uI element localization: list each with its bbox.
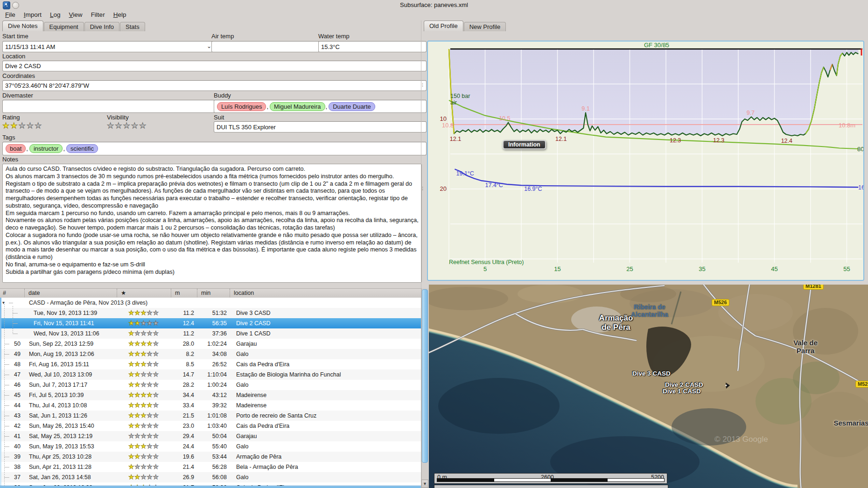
star-icon: ★ bbox=[153, 381, 159, 388]
cell-duration: 58:36 bbox=[197, 482, 230, 486]
column-header-depth[interactable]: m bbox=[171, 289, 197, 298]
dive-row[interactable]: Fri, Nov 15, 2013 11:41★★★★★12.456:35Div… bbox=[0, 318, 421, 328]
buddy-input[interactable]: Luís Rodrigues,Miguel Madureira,Duarte D… bbox=[214, 100, 427, 113]
air-temp-input[interactable] bbox=[211, 41, 322, 52]
dive-row[interactable]: 42Sun, May 26, 2013 15:40★★★★★23.01:03:4… bbox=[0, 421, 421, 431]
tab-dive-notes[interactable]: Dive Notes bbox=[2, 21, 43, 31]
notes-textarea[interactable]: Aula do curso CASD. Transectos c/video e… bbox=[2, 164, 422, 283]
star-icon: ★ bbox=[147, 453, 153, 460]
pill-instructor[interactable]: instructor bbox=[29, 144, 63, 153]
divemaster-input[interactable] bbox=[2, 100, 215, 113]
star-icon: ★ bbox=[131, 121, 139, 130]
menu-item-view[interactable]: View bbox=[65, 10, 87, 19]
dive-row[interactable]: Tue, Nov 19, 2013 11:39★★★★★11.251:32Div… bbox=[0, 308, 421, 318]
dive-row[interactable]: 36Sun, Jan 20, 2013 12:33★★★★★21.758:36C… bbox=[0, 482, 421, 486]
window-title: Subsurface: paneves.xml bbox=[0, 1, 868, 8]
pill-miguel-madureira[interactable]: Miguel Madureira bbox=[270, 102, 325, 111]
tab-stats[interactable]: Stats bbox=[120, 22, 145, 31]
dive-row[interactable]: 38Sun, Apr 21, 2013 11:28★★★★★21.456:28B… bbox=[0, 462, 421, 472]
column-header-duration[interactable]: min bbox=[197, 289, 230, 298]
star-icon: ★ bbox=[27, 121, 35, 130]
splitter-handle-icon[interactable]: ⁞ bbox=[422, 84, 423, 86]
cell-date: Fri, Aug 16, 2013 15:11 bbox=[24, 359, 117, 369]
pill-scientific[interactable]: scientific bbox=[66, 144, 98, 153]
list-horizontal-scrollbar[interactable] bbox=[0, 486, 421, 488]
water-temp-label: Water temp bbox=[318, 33, 350, 40]
start-time-combobox[interactable]: 11/15/13 11:41 AM ⌄ bbox=[2, 41, 215, 52]
tags-input[interactable]: boat,instructor,scientific bbox=[2, 142, 427, 155]
menu-item-import[interactable]: Import bbox=[20, 10, 46, 19]
map-label-layer: Armação de PêraRibeira de AlcantarilhaVa… bbox=[429, 285, 868, 488]
cell-rating: ★★★★★ bbox=[117, 328, 171, 339]
tab-equipment[interactable]: Equipment bbox=[44, 22, 84, 31]
cell-rating: ★★★★★ bbox=[117, 359, 171, 369]
cell-duration: 37:36 bbox=[197, 328, 230, 339]
cell-location: Galo bbox=[230, 441, 421, 452]
panel-splitter[interactable] bbox=[421, 21, 421, 488]
svg-text:10.8m: 10.8m bbox=[839, 122, 855, 129]
dive-row[interactable]: 41Sat, May 25, 2013 12:19★★★★★29.450:04G… bbox=[0, 431, 421, 441]
dive-row[interactable]: 44Thu, Jul 4, 2013 10:08★★★★★33.439:32Ma… bbox=[0, 400, 421, 411]
dive-row[interactable]: 40Sun, May 19, 2013 15:53★★★★★24.455:40G… bbox=[0, 441, 421, 452]
cell-location: Garajau bbox=[230, 339, 421, 349]
dive-row[interactable]: 46Sun, Jul 7, 2013 17:17★★★★★28.21:00:24… bbox=[0, 380, 421, 390]
svg-text:80: 80 bbox=[857, 146, 863, 153]
star-icon: ★ bbox=[134, 340, 140, 347]
cell-date: Sat, Jun 1, 2013 11:26 bbox=[24, 411, 117, 421]
column-header-location[interactable]: location bbox=[230, 289, 421, 298]
svg-text:19.1°C: 19.1°C bbox=[456, 170, 474, 177]
cell-dive-number bbox=[0, 328, 24, 339]
dive-row[interactable]: Wed, Nov 13, 2013 11:06★★★★★11.237:36Div… bbox=[0, 328, 421, 339]
suit-input[interactable]: DUI TLS 350 Explorer bbox=[214, 121, 427, 132]
cell-date: Sat, Jan 26, 2013 14:58 bbox=[24, 472, 117, 482]
list-scrollbar-thumb[interactable] bbox=[422, 289, 428, 463]
column-header-date[interactable]: date bbox=[24, 289, 117, 298]
water-temp-input[interactable]: 15.3°C bbox=[318, 41, 427, 52]
map-panel[interactable]: Armação de PêraRibeira de AlcantarilhaVa… bbox=[429, 285, 868, 488]
svg-text:16.: 16. bbox=[858, 184, 863, 191]
svg-text:15: 15 bbox=[554, 265, 560, 272]
tab-dive-info[interactable]: Dive Info bbox=[84, 22, 119, 31]
dive-row[interactable]: 50Sun, Sep 22, 2013 12:59★★★★★28.01:02:2… bbox=[0, 339, 421, 349]
star-icon: ★ bbox=[134, 391, 140, 398]
trip-row[interactable]: ▾CASD - Armação de Pêra, Nov 2013 (3 div… bbox=[0, 298, 421, 308]
svg-text:35: 35 bbox=[699, 265, 705, 272]
tab-new-profile[interactable]: New Profile bbox=[464, 22, 506, 31]
visibility-stars[interactable]: ★★★★★ bbox=[107, 122, 147, 130]
star-icon: ★ bbox=[147, 432, 153, 439]
menu-item-log[interactable]: Log bbox=[46, 10, 65, 19]
dive-row[interactable]: 49Mon, Aug 19, 2013 12:06★★★★★8.234:08Ga… bbox=[0, 349, 421, 359]
svg-text:25: 25 bbox=[626, 265, 633, 272]
dive-row[interactable]: 47Wed, Jul 10, 2013 13:09★★★★★14.71:10:0… bbox=[0, 369, 421, 380]
coordinates-input[interactable]: 37°05'23.460"N 8°20'47.879"W bbox=[2, 80, 427, 91]
dive-row[interactable]: 48Fri, Aug 16, 2013 15:11★★★★★8.526:52Ca… bbox=[0, 359, 421, 369]
pill-lu-s-rodrigues[interactable]: Luís Rodrigues bbox=[217, 102, 266, 111]
water-temp-value: 15.3°C bbox=[321, 43, 340, 50]
cell-rating: ★★★★★ bbox=[117, 390, 171, 400]
menu-item-filter[interactable]: Filter bbox=[87, 10, 109, 19]
column-header-stars[interactable]: ★ bbox=[117, 289, 171, 298]
cell-max-depth: 14.7 bbox=[171, 369, 197, 380]
menu-item-file[interactable]: File bbox=[1, 10, 20, 19]
dive-row[interactable]: 45Fri, Jul 5, 2013 10:39★★★★★34.443:12Ma… bbox=[0, 390, 421, 400]
dive-list-header[interactable]: #date★mminlocation bbox=[0, 288, 421, 299]
pill-boat[interactable]: boat bbox=[6, 144, 26, 153]
column-header-num[interactable]: # bbox=[0, 289, 24, 298]
location-input[interactable]: Dive 2 CASD bbox=[2, 61, 427, 71]
star-icon: ★ bbox=[153, 391, 159, 398]
dive-row[interactable]: 39Thu, Apr 25, 2013 10:28★★★★★19.653:44A… bbox=[0, 452, 421, 462]
dive-row[interactable]: 37Sat, Jan 26, 2013 14:58★★★★★26.956:08G… bbox=[0, 472, 421, 482]
svg-text:10.8: 10.8 bbox=[442, 122, 454, 129]
cell-dive-number: 41 bbox=[0, 431, 24, 441]
profile-plot[interactable]: GF 30/85150 barair8010.8m10.810205152535… bbox=[428, 42, 863, 280]
splitter-handle-icon[interactable]: ⁞ bbox=[422, 188, 423, 189]
cell-duration: 55:40 bbox=[197, 441, 230, 452]
dive-row[interactable]: 43Sat, Jun 1, 2013 11:26★★★★★21.51:01:08… bbox=[0, 411, 421, 421]
rating-stars[interactable]: ★★★★★ bbox=[2, 122, 42, 130]
cell-date: Sun, Apr 21, 2013 11:28 bbox=[24, 462, 117, 472]
list-scrollbar-down-button[interactable]: ▼ bbox=[421, 480, 428, 488]
menu-item-help[interactable]: Help bbox=[109, 10, 131, 19]
pill-duarte-duarte[interactable]: Duarte Duarte bbox=[329, 102, 375, 111]
profile-chart-panel[interactable]: GF 30/85150 barair8010.8m10.810205152535… bbox=[427, 41, 864, 281]
tab-old-profile[interactable]: Old Profile bbox=[424, 21, 463, 31]
